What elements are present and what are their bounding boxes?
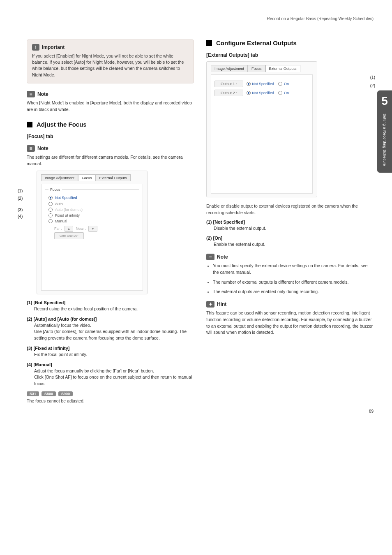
tab-external-outputs[interactable]: External Outputs	[265, 65, 300, 72]
section-adjust-focus: Adjust the Focus	[27, 121, 194, 128]
ext-ui-panel: Image Adjustment Focus External Outputs …	[206, 61, 317, 197]
note-body-2: The settings are different for different…	[27, 154, 194, 167]
ui-tabs-ext: Image Adjustment Focus External Outputs	[211, 65, 313, 72]
ext-item-2-desc: Enable the external output.	[206, 241, 374, 248]
ext-item-1-header: (1) [Not Specified]	[206, 220, 374, 224]
model-tags-note: The focus cannot be adjusted.	[27, 398, 194, 405]
radio-icon[interactable]	[247, 91, 251, 95]
note-icon: ≡	[27, 91, 35, 97]
focus-fieldset: Focus Not Specified Auto Auto (for domes…	[45, 187, 139, 242]
left-column: ! Important If you select [Enabled] for …	[27, 39, 194, 408]
radio-icon[interactable]	[48, 219, 53, 223]
near-button[interactable]: ▼	[88, 226, 97, 232]
marker-2: (2)	[370, 83, 375, 88]
ext-item-1-desc: Disable the external output.	[206, 225, 374, 232]
far-label: Far :	[54, 227, 62, 231]
leader-1: (1)	[18, 189, 23, 193]
opt-manual[interactable]: Manual	[55, 219, 67, 223]
output1-on[interactable]: On	[284, 82, 289, 86]
important-body: If you select [Enabled] for Night Mode, …	[32, 53, 189, 78]
ext-note-bullet-2: The number of external outputs is differ…	[213, 279, 374, 286]
chapter-label: Setting a Recording Schedule	[383, 113, 387, 166]
model-tags: S31 S800 S900	[27, 391, 194, 396]
note-head-2: ≡ Note	[27, 145, 194, 152]
breadcrumb: Record on a Regular Basis (Repeating Wee…	[27, 16, 374, 21]
opt-auto-domes[interactable]: Auto (for domes)	[55, 208, 83, 212]
item-1-desc: Record using the existing focal position…	[27, 306, 194, 312]
tag-s31: S31	[27, 391, 39, 396]
radio-icon[interactable]	[48, 213, 53, 217]
note-icon: ≡	[206, 254, 214, 260]
radio-icon[interactable]	[278, 91, 282, 95]
important-icon: !	[32, 44, 39, 51]
item-4-desc: Adjust the focus manually by clicking th…	[27, 368, 194, 387]
radio-icon[interactable]	[48, 208, 53, 212]
chapter-side-tab: 5 Setting a Recording Schedule	[377, 90, 392, 173]
leader-2: (2)	[18, 196, 23, 201]
output2-on[interactable]: On	[284, 91, 289, 95]
section-marker-icon	[206, 40, 212, 46]
ext-options-list: (1) [Not Specified] Disable the external…	[206, 220, 374, 248]
item-1-header: (1) [Not Specified]	[27, 300, 194, 305]
item-2-header: (2) [Auto] and [Auto (for domes)]	[27, 317, 194, 321]
note-title-1: Note	[37, 91, 48, 97]
tab-image-adjustment[interactable]: Image Adjustment	[211, 65, 248, 72]
focus-ui-panel: Image Adjustment Focus External Outputs …	[37, 171, 148, 294]
item-3-header: (3) [Fixed at infinity]	[27, 346, 194, 351]
tab-external-outputs[interactable]: External Outputs	[96, 174, 131, 181]
tab-focus[interactable]: Focus	[248, 65, 265, 72]
focus-options-list: (1) [Not Specified] Record using the exi…	[27, 300, 194, 387]
ext-note-title: Note	[217, 254, 228, 260]
item-4-header: (4) [Manual]	[27, 362, 194, 367]
marker-1: (1)	[370, 75, 375, 80]
output2-notspec[interactable]: Not Specified	[252, 91, 274, 95]
note-icon: ≡	[27, 145, 35, 152]
output2-label: Output 2 :	[214, 90, 243, 96]
ext-note-bullet-3: The external outputs are enabled only du…	[213, 289, 374, 295]
section-external-outputs: Configure External Outputs	[206, 39, 374, 46]
output1-label: Output 1 :	[214, 81, 243, 87]
leader-3: (3)	[18, 208, 23, 212]
radio-icon[interactable]	[48, 202, 53, 206]
section-title-focus: Adjust the Focus	[37, 121, 87, 128]
hint-head: ✦ Hint	[206, 301, 374, 308]
near-label: Near :	[76, 227, 86, 231]
output1-notspec[interactable]: Not Specified	[252, 82, 274, 86]
ext-tab-heading: [External Outputs] tab	[206, 52, 374, 58]
tag-s800: S800	[42, 391, 56, 396]
ext-intro: Enable or disable output to external dev…	[206, 203, 374, 216]
radio-icon[interactable]	[278, 82, 282, 86]
note-head-1: ≡ Note	[27, 91, 194, 97]
opt-not-specified[interactable]: Not Specified	[55, 196, 77, 200]
ext-note-head: ≡ Note	[206, 254, 374, 260]
chapter-number: 5	[381, 95, 388, 108]
tab-focus[interactable]: Focus	[78, 174, 96, 181]
hint-title: Hint	[217, 301, 226, 307]
section-title-ext: Configure External Outputs	[216, 39, 297, 46]
one-shot-af-button[interactable]: One Shot AF	[54, 232, 84, 239]
note-title-2: Note	[37, 146, 48, 151]
opt-fixed-infinity[interactable]: Fixed at infinity	[55, 213, 80, 217]
radio-icon[interactable]	[247, 82, 251, 86]
note-body-1: When [Night Mode] is enabled in [Apertur…	[27, 100, 194, 113]
opt-auto[interactable]: Auto	[55, 202, 63, 206]
ext-note-bullets: You must first specify the external devi…	[206, 263, 374, 295]
tag-s900: S900	[58, 391, 73, 396]
leader-4: (4)	[18, 214, 23, 219]
section-marker-icon	[27, 122, 32, 127]
focus-tab-heading: [Focus] tab	[27, 134, 194, 139]
important-title: Important	[42, 44, 65, 50]
hint-icon: ✦	[206, 301, 214, 308]
item-3-desc: Fix the focal point at infinity.	[27, 352, 194, 358]
tab-image-adjustment[interactable]: Image Adjustment	[41, 174, 78, 181]
item-2-desc: Automatically focus the video. Use [Auto…	[27, 322, 194, 342]
radio-icon[interactable]	[48, 196, 53, 200]
far-button[interactable]: ▲	[65, 226, 74, 232]
ui-tabs: Image Adjustment Focus External Outputs	[41, 174, 143, 181]
ext-note-bullet-1: You must first specify the external devi…	[213, 263, 374, 276]
focus-legend: Focus	[48, 187, 62, 192]
page-number: 89	[369, 409, 374, 414]
right-column: Configure External Outputs [External Out…	[206, 39, 374, 408]
hint-body: This feature can be used with sensor rec…	[206, 310, 374, 336]
important-callout: ! Important If you select [Enabled] for …	[27, 39, 194, 83]
